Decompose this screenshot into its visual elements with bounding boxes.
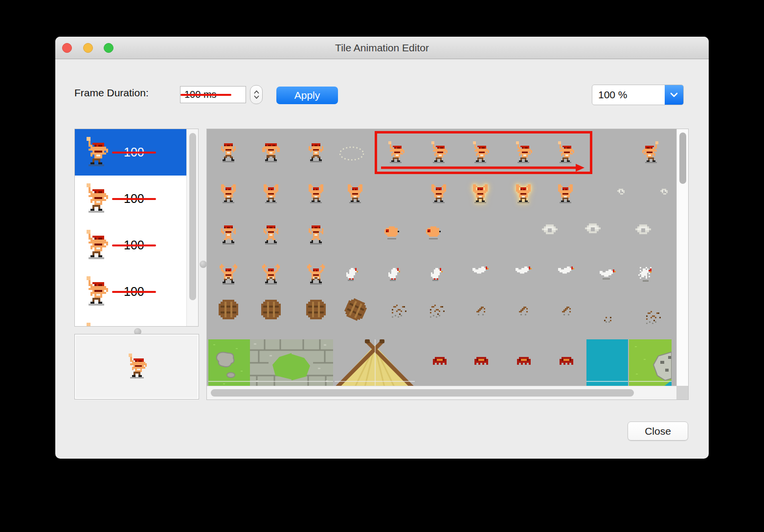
character-handsup[interactable] <box>306 184 326 203</box>
character-handsup[interactable] <box>428 184 449 203</box>
chicken-stand[interactable] <box>429 268 447 281</box>
smoke-puff[interactable] <box>635 224 655 234</box>
character-cheer[interactable] <box>261 264 281 285</box>
frame-duration-value: 100 <box>124 285 144 299</box>
tile-grass-rock[interactable] <box>629 339 672 387</box>
zoom-level-value: 100 % <box>592 85 665 105</box>
dropdown-cap <box>665 85 683 105</box>
scrollbar-thumb[interactable] <box>211 389 634 397</box>
chicken-stand[interactable] <box>387 268 404 281</box>
character-wave[interactable] <box>385 141 406 163</box>
titlebar[interactable]: Tile Animation Editor <box>55 37 709 59</box>
wood-debris[interactable] <box>428 305 446 318</box>
red-critter[interactable] <box>560 357 573 365</box>
wood-debris[interactable] <box>645 311 662 324</box>
frame-duration-value: 100 <box>124 192 144 206</box>
character-stand[interactable] <box>306 142 326 162</box>
chicken-flutter[interactable] <box>638 267 656 282</box>
animation-frame-list[interactable]: 100100100100100 <box>74 129 199 327</box>
character-handsup[interactable] <box>345 184 365 203</box>
character-cheer[interactable] <box>218 264 239 285</box>
smoke-small[interactable] <box>616 189 628 195</box>
selection-ellipse[interactable] <box>338 145 365 162</box>
smoke-small[interactable] <box>659 189 671 195</box>
scrollbar-corner <box>676 386 688 399</box>
character-handsup[interactable] <box>261 184 281 203</box>
character-handsup[interactable] <box>555 184 576 203</box>
character-roll[interactable] <box>383 226 401 240</box>
annotation-arrow-icon <box>381 163 584 175</box>
character-cheer[interactable] <box>306 264 326 285</box>
character-wave-right[interactable] <box>641 141 661 163</box>
apply-button[interactable]: Apply <box>276 87 338 104</box>
tileset-horizontal-scrollbar[interactable] <box>207 386 677 399</box>
scrollbar-thumb[interactable] <box>189 133 196 300</box>
character-wave[interactable] <box>555 141 576 163</box>
smoke-puff[interactable] <box>585 223 605 233</box>
vertical-splitter-handle[interactable] <box>200 261 207 268</box>
character-handsup-glow[interactable] <box>513 184 534 203</box>
close-button[interactable]: Close <box>628 421 688 441</box>
frame-duration-input[interactable]: 100 ms <box>180 86 246 103</box>
chicken-fly-shadow[interactable] <box>598 269 616 280</box>
character-handsup[interactable] <box>218 184 239 203</box>
tile-water[interactable] <box>586 339 628 387</box>
chicken-fly[interactable] <box>557 266 574 274</box>
frame-sprite <box>83 183 112 215</box>
frame-list-item[interactable]: 100 <box>75 176 198 222</box>
tileset-vertical-scrollbar[interactable] <box>676 129 688 387</box>
barrel[interactable] <box>306 300 326 319</box>
frame-duration-label: Frame Duration: <box>74 87 149 99</box>
character-roll[interactable] <box>425 226 442 240</box>
tile-stone-b[interactable] <box>292 339 333 387</box>
wood-stick[interactable] <box>561 305 575 317</box>
frame-sprite <box>83 230 112 261</box>
tileset-view[interactable] <box>206 129 689 400</box>
barrel-tilted[interactable] <box>346 300 365 319</box>
frame-list-item[interactable]: 100 <box>75 315 198 327</box>
tile-tent[interactable] <box>335 339 415 387</box>
character-pantless[interactable] <box>218 224 239 244</box>
window-title: Tile Animation Editor <box>55 37 709 59</box>
wood-debris-small[interactable] <box>603 317 614 323</box>
red-critter[interactable] <box>433 357 447 365</box>
character-handsup-glow[interactable] <box>470 184 491 203</box>
character-wide[interactable] <box>261 142 281 162</box>
smoke-puff[interactable] <box>542 224 562 234</box>
animation-preview <box>74 334 199 399</box>
character-pantless[interactable] <box>306 224 326 244</box>
chevron-down-icon <box>254 95 259 99</box>
wood-debris[interactable] <box>390 305 408 318</box>
frame-duration-value: 100 <box>124 238 144 252</box>
preview-sprite <box>125 354 149 380</box>
barrel[interactable] <box>219 300 238 319</box>
character-wave[interactable] <box>470 141 491 163</box>
tileset-tiles-area[interactable] <box>207 129 677 387</box>
frame-list-item[interactable]: 100 <box>75 129 198 176</box>
wood-stick[interactable] <box>517 305 532 317</box>
scrollbar-thumb[interactable] <box>679 133 686 184</box>
character-pantless[interactable] <box>261 224 281 244</box>
character-wave[interactable] <box>513 141 534 163</box>
frame-list-item[interactable]: 100 <box>75 268 198 315</box>
character-stand[interactable] <box>218 142 239 162</box>
red-critter[interactable] <box>474 357 488 365</box>
frame-sprite <box>83 137 112 168</box>
chicken-fly[interactable] <box>514 266 532 274</box>
chicken-fly[interactable] <box>471 266 489 274</box>
wood-stick[interactable] <box>475 305 490 317</box>
frame-duration-stepper[interactable] <box>250 85 263 104</box>
barrel[interactable] <box>261 300 281 319</box>
frame-duration-value: 100 ms <box>184 89 217 100</box>
character-wave[interactable] <box>428 141 449 163</box>
tile-stone-a[interactable] <box>250 339 292 387</box>
tile-grass[interactable] <box>208 339 250 387</box>
zoom-level-select[interactable]: 100 % <box>592 85 684 105</box>
red-critter[interactable] <box>517 357 531 365</box>
frame-list-item[interactable]: 100 <box>75 222 198 268</box>
chicken-stand[interactable] <box>345 268 362 281</box>
frame-sprite <box>83 276 112 308</box>
frame-sprite <box>83 323 112 327</box>
chevron-down-icon <box>670 92 678 97</box>
frame-list-scrollbar[interactable] <box>186 129 198 326</box>
